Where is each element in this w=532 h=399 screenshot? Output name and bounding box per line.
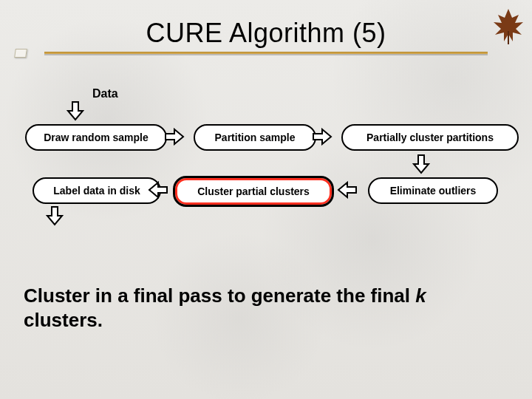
arrow-down-icon xyxy=(46,205,64,226)
final-text-suffix: clusters. xyxy=(24,309,103,331)
arrow-left-icon xyxy=(148,181,168,199)
box-eliminate-outliers: Eliminate outliers xyxy=(368,177,498,204)
svg-marker-4 xyxy=(414,155,429,173)
title-underline xyxy=(44,52,488,54)
box-cluster-partial-clusters: Cluster partial clusters xyxy=(173,176,334,207)
box-partition-sample: Partition sample xyxy=(194,124,316,151)
final-text-k: k xyxy=(415,284,426,307)
svg-marker-3 xyxy=(313,129,331,144)
arrow-down-icon xyxy=(66,100,84,121)
slide-title: CURE Algorithm (5) xyxy=(44,18,488,49)
svg-marker-2 xyxy=(166,129,183,144)
arrow-right-icon xyxy=(312,128,332,146)
data-label: Data xyxy=(92,87,118,100)
box-draw-random-sample: Draw random sample xyxy=(25,124,167,151)
slide: CURE Algorithm (5) Data Draw random samp… xyxy=(0,0,532,399)
svg-marker-7 xyxy=(47,207,62,225)
arrow-left-icon xyxy=(337,181,358,199)
leaf-icon xyxy=(486,1,531,46)
arrow-down-icon xyxy=(412,154,430,174)
title-bar: CURE Algorithm (5) xyxy=(44,18,488,54)
final-text-prefix: Cluster in a final pass to generate the … xyxy=(24,284,415,307)
svg-marker-5 xyxy=(338,183,356,197)
box-partially-cluster-partitions: Partially cluster partitions xyxy=(341,124,519,151)
svg-marker-6 xyxy=(149,183,167,197)
arrow-right-icon xyxy=(164,128,185,146)
box-label-data-in-disk: Label data in disk xyxy=(33,177,161,204)
final-statement: Cluster in a final pass to generate the … xyxy=(24,284,508,332)
svg-marker-1 xyxy=(68,102,83,120)
